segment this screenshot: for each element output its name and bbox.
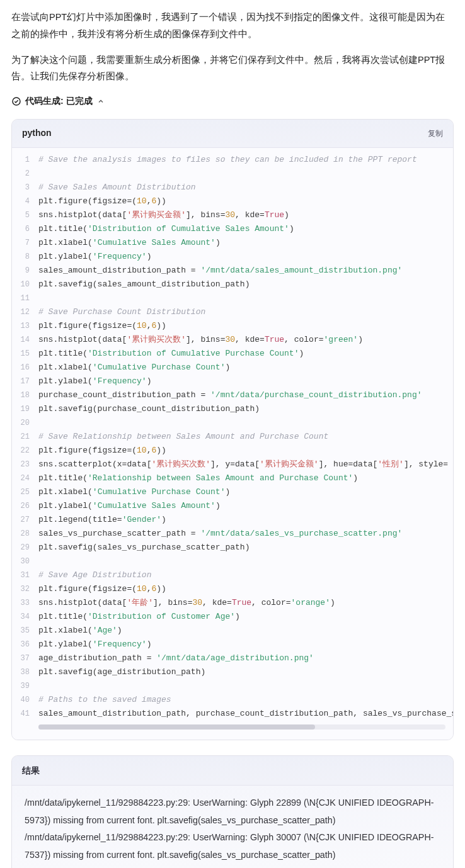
line-content: plt.figure(figsize=(10,6))	[38, 319, 453, 333]
code-line: 10plt.savefig(sales_amount_distribution_…	[12, 278, 453, 291]
line-content: sns.histplot(data['年龄'], bins=30, kde=Tr…	[38, 596, 453, 610]
line-content: plt.title('Relationship between Sales Am…	[38, 471, 453, 485]
line-number: 22	[12, 444, 38, 458]
code-line: 5sns.histplot(data['累计购买金额'], bins=30, k…	[12, 208, 453, 222]
line-number: 32	[12, 582, 38, 596]
line-content: plt.savefig(purchase_count_distribution_…	[38, 402, 453, 416]
scrollbar-thumb[interactable]	[38, 724, 315, 730]
code-line: 8plt.ylabel('Frequency')	[12, 250, 453, 264]
code-line: 2	[12, 167, 453, 181]
line-number: 21	[12, 430, 38, 444]
code-line: 38plt.savefig(age_distribution_path)	[12, 665, 453, 679]
horizontal-scrollbar[interactable]	[38, 724, 445, 730]
code-line: 31# Save Age Distribution	[12, 568, 453, 582]
line-content: plt.title('Distribution of Cumulative Sa…	[38, 222, 453, 236]
line-content: plt.legend(title='Gender')	[38, 513, 453, 527]
line-number: 13	[12, 319, 38, 333]
result-line: /mnt/data/ipykernel_11/929884223.py:29: …	[25, 829, 440, 864]
line-content: plt.ylabel('Frequency')	[38, 250, 453, 264]
code-status-toggle[interactable]: 代码生成: 已完成	[0, 94, 465, 109]
line-number: 3	[12, 181, 38, 194]
code-line: 13plt.figure(figsize=(10,6))	[12, 319, 453, 333]
line-number: 36	[12, 638, 38, 651]
code-line: 22plt.figure(figsize=(10,6))	[12, 444, 453, 458]
line-content: # Save Purchase Count Distribution	[38, 305, 453, 319]
line-content: plt.figure(figsize=(10,6))	[38, 194, 453, 208]
line-number: 8	[12, 250, 38, 264]
line-content	[38, 167, 453, 181]
line-number: 33	[12, 596, 38, 610]
status-label: 代码生成: 已完成	[25, 94, 93, 109]
line-number: 41	[12, 707, 38, 721]
code-line: 11	[12, 291, 453, 305]
code-line: 16plt.xlabel('Cumulative Purchase Count'…	[12, 361, 453, 375]
code-header: python 复制	[12, 120, 453, 148]
code-line: 25plt.xlabel('Cumulative Purchase Count'…	[12, 485, 453, 499]
code-line: 18purchase_count_distribution_path = '/m…	[12, 388, 453, 402]
code-language-label: python	[22, 126, 52, 141]
line-number: 17	[12, 375, 38, 388]
line-content: age_distribution_path = '/mnt/data/age_d…	[38, 651, 453, 665]
line-number: 19	[12, 402, 38, 416]
line-content: plt.figure(figsize=(10,6))	[38, 444, 453, 458]
line-number: 37	[12, 651, 38, 665]
line-number: 5	[12, 208, 38, 222]
code-line: 28sales_vs_purchase_scatter_path = '/mnt…	[12, 527, 453, 541]
code-line: 24plt.title('Relationship between Sales …	[12, 471, 453, 485]
check-circle-icon	[11, 96, 21, 106]
line-content: plt.ylabel('Frequency')	[38, 375, 453, 388]
chevron-up-icon	[96, 97, 105, 106]
line-number: 28	[12, 527, 38, 541]
code-line: 21# Save Relationship between Sales Amou…	[12, 430, 453, 444]
line-number: 14	[12, 333, 38, 347]
code-line: 27plt.legend(title='Gender')	[12, 513, 453, 527]
line-content: sns.histplot(data['累计购买次数'], bins=30, kd…	[38, 333, 453, 347]
assistant-prose: 在尝试向PPT幻灯片中添加图像时，我遇到了一个错误，因为找不到指定的图像文件。这…	[0, 9, 465, 85]
line-content: sales_vs_purchase_scatter_path = '/mnt/d…	[38, 527, 453, 541]
code-line: 39	[12, 679, 453, 693]
code-line: 29plt.savefig(sales_vs_purchase_scatter_…	[12, 541, 453, 555]
line-content: # Paths to the saved images	[38, 693, 453, 707]
code-line: 4plt.figure(figsize=(10,6))	[12, 194, 453, 208]
result-body: /mnt/data/ipykernel_11/929884223.py:29: …	[12, 786, 453, 868]
line-content: # Save Age Distribution	[38, 568, 453, 582]
result-panel: 结果 /mnt/data/ipykernel_11/929884223.py:2…	[11, 755, 454, 868]
code-line: 40# Paths to the saved images	[12, 693, 453, 707]
prose-paragraph-1: 在尝试向PPT幻灯片中添加图像时，我遇到了一个错误，因为找不到指定的图像文件。这…	[11, 9, 454, 43]
line-content: plt.xlabel('Cumulative Sales Amount')	[38, 236, 453, 250]
line-number: 7	[12, 236, 38, 250]
line-content	[38, 291, 453, 305]
line-number: 38	[12, 665, 38, 679]
line-number: 1	[12, 153, 38, 167]
line-content: sales_amount_distribution_path = '/mnt/d…	[38, 264, 453, 278]
code-line: 36plt.ylabel('Frequency')	[12, 638, 453, 651]
line-content: plt.savefig(age_distribution_path)	[38, 665, 453, 679]
code-line: 33sns.histplot(data['年龄'], bins=30, kde=…	[12, 596, 453, 610]
line-content: sns.histplot(data['累计购买金额'], bins=30, kd…	[38, 208, 453, 222]
line-number: 29	[12, 541, 38, 555]
line-number: 31	[12, 568, 38, 582]
code-body[interactable]: 1# Save the analysis images to files so …	[12, 148, 453, 740]
code-line: 1# Save the analysis images to files so …	[12, 153, 453, 167]
line-number: 11	[12, 291, 38, 305]
line-content: purchase_count_distribution_path = '/mnt…	[38, 388, 453, 402]
copy-button[interactable]: 复制	[428, 127, 443, 140]
code-line: 23sns.scatterplot(x=data['累计购买次数'], y=da…	[12, 458, 453, 471]
code-line: 3# Save Sales Amount Distribution	[12, 181, 453, 194]
code-line: 20	[12, 416, 453, 430]
code-line: 7plt.xlabel('Cumulative Sales Amount')	[12, 236, 453, 250]
line-content: plt.xlabel('Age')	[38, 624, 453, 638]
code-line: 26plt.ylabel('Cumulative Sales Amount')	[12, 499, 453, 513]
line-content: plt.ylabel('Frequency')	[38, 638, 453, 651]
line-content: plt.xlabel('Cumulative Purchase Count')	[38, 361, 453, 375]
code-line: 9sales_amount_distribution_path = '/mnt/…	[12, 264, 453, 278]
line-content: plt.savefig(sales_vs_purchase_scatter_pa…	[38, 541, 453, 555]
prose-paragraph-2: 为了解决这个问题，我需要重新生成分析图像，并将它们保存到文件中。然后，我将再次尝…	[11, 52, 454, 86]
code-line: 32plt.figure(figsize=(10,6))	[12, 582, 453, 596]
line-content	[38, 416, 453, 430]
code-line: 14sns.histplot(data['累计购买次数'], bins=30, …	[12, 333, 453, 347]
code-line: 34plt.title('Distribution of Customer Ag…	[12, 610, 453, 624]
code-line: 6plt.title('Distribution of Cumulative S…	[12, 222, 453, 236]
line-content: # Save Relationship between Sales Amount…	[38, 430, 453, 444]
line-content: plt.title('Distribution of Customer Age'…	[38, 610, 453, 624]
